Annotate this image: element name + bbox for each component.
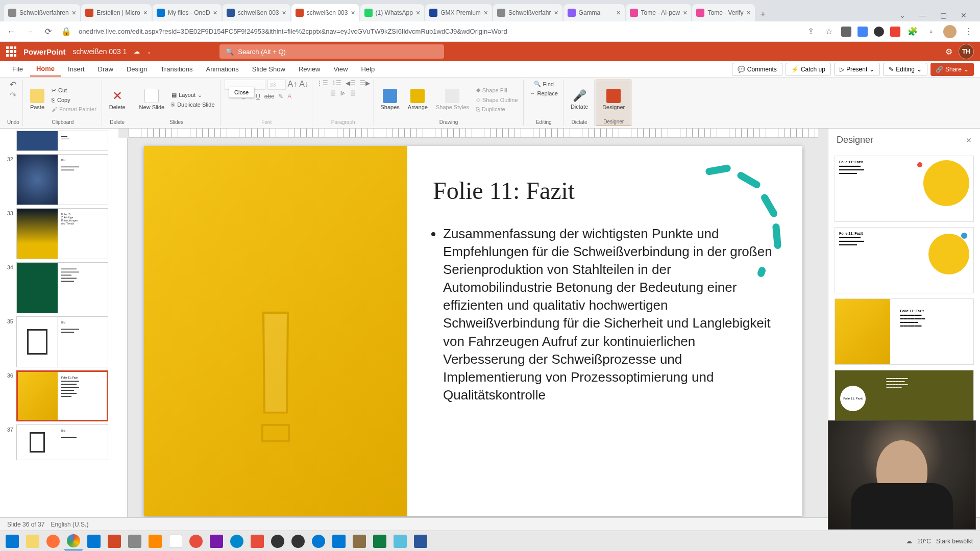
extension-icon[interactable] [890,27,900,37]
numbering-button[interactable]: 1☰ [332,80,341,87]
browser-tab[interactable]: My files - OneD× [153,4,222,21]
comments-button[interactable]: 💬 Comments [732,63,782,76]
design-option[interactable]: Folie 11: Fazit▬▬▬▬▬▬▬▬▬▬▬▬▬▬▬▬▬▬ [835,156,974,222]
profile-avatar[interactable] [943,25,957,38]
browser-tab-active[interactable]: schweißen 003× [291,4,359,21]
close-icon[interactable]: × [554,9,558,17]
redo-button[interactable]: ↷ [10,90,16,100]
tab-home[interactable]: Home [30,62,61,77]
decrease-font-icon[interactable]: A↓ [299,80,309,90]
layout-button[interactable]: ▦ Layout ⌄ [169,91,216,99]
reload-button[interactable]: ⟳ [42,26,54,38]
tab-insert[interactable]: Insert [62,62,91,76]
file-explorer-icon[interactable] [23,532,42,550]
find-button[interactable]: 🔍 Find [532,80,556,88]
cut-button[interactable]: ✂ Cut [50,86,99,95]
tab-view[interactable]: View [328,62,354,76]
file-name[interactable]: schweißen 003 1 [73,47,127,56]
weather-icon[interactable]: ☁ [906,538,912,545]
browser-tab[interactable]: GMX Premium× [425,4,492,21]
back-button[interactable]: ← [5,26,17,38]
new-slide-button[interactable]: New Slide [136,87,168,112]
designer-button[interactable]: Designer [599,87,628,112]
align-right-button[interactable]: ☰ [350,90,356,97]
close-icon[interactable]: ✕ [966,136,972,144]
replace-button[interactable]: ↔ Replace [528,89,560,97]
shapes-button[interactable]: Shapes [378,87,403,112]
language-status[interactable]: English (U.S.) [51,521,88,528]
app-icon[interactable] [309,532,328,550]
arrange-button[interactable]: Arrange [405,87,431,112]
extensions-icon[interactable]: 🧩 [906,26,919,38]
outlook-icon[interactable] [85,532,103,550]
app-icon[interactable] [126,532,144,550]
font-size-input[interactable] [267,80,286,90]
search-input[interactable]: 🔍 Search (Alt + Q) [219,44,444,59]
indent-right-button[interactable]: ☰▶ [360,80,370,87]
strike-button[interactable]: abc [264,93,274,100]
browser-tab[interactable]: schweißen 003× [223,4,290,21]
share-button[interactable]: 🔗 Share ⌄ [930,63,974,76]
app-icon[interactable] [330,532,348,550]
powerpoint-icon[interactable] [105,532,124,550]
slide-thumbnail[interactable]: Bild▬▬▬▬▬▬▬▬▬▬▬▬ [16,316,108,367]
align-left-button[interactable]: ☰ [330,90,336,97]
close-icon[interactable]: × [616,9,620,17]
share-icon[interactable]: ⇪ [804,26,817,38]
notepad-icon[interactable] [391,532,409,550]
close-icon[interactable]: × [683,9,687,17]
dictate-button[interactable]: 🎤Dictate [568,87,591,112]
sidepanel-icon[interactable]: ▫ [925,26,937,38]
font-color-button[interactable]: A [287,93,291,100]
undo-button[interactable]: ↶ [10,80,16,89]
copy-button[interactable]: ⎘ Copy [50,96,99,104]
chevron-down-icon[interactable]: ⌄ [894,9,911,21]
tab-animations[interactable]: Animations [200,62,245,76]
excel-icon[interactable] [371,532,389,550]
slide-thumbnail-panel[interactable]: ▬▬▬▬▬▬▬ 32Bild▬▬▬▬▬▬▬▬▬▬▬▬ 33Folie 10:Zu… [0,129,118,517]
start-button[interactable] [3,532,21,550]
app-icon[interactable] [166,532,185,550]
design-option[interactable]: Folie 11: Fazit▬▬▬▬▬▬▬▬▬▬▬▬▬▬▬▬▬▬▬▬▬▬▬▬ [835,298,974,365]
design-option[interactable]: Folie 11: Fazit ▬▬▬▬▬▬▬▬▬▬▬▬▬▬▬▬▬▬▬▬▬▬▬▬… [835,370,974,421]
firefox-icon[interactable] [44,532,62,550]
slide-thumbnail[interactable]: ▬▬▬▬▬▬▬▬▬▬▬▬▬▬▬▬▬▬▬▬▬▬▬▬▬▬▬▬ [16,262,108,313]
user-avatar[interactable]: TH [959,44,974,59]
duplicate-button[interactable]: ⎘ Duplicate [474,105,520,113]
browser-tab[interactable]: Tome - AI-pow× [626,4,692,21]
app-icon[interactable] [187,532,205,550]
chrome-icon[interactable] [64,532,83,550]
present-button[interactable]: ▷ Present ⌄ [834,63,880,76]
app-icon[interactable] [289,532,307,550]
gear-icon[interactable]: ⚙ [945,47,952,57]
browser-tab[interactable]: Schweißverfahr× [493,4,562,21]
slide-thumbnail[interactable]: Bild▬▬▬▬▬▬▬▬▬▬▬▬ [16,154,108,205]
browser-tab[interactable]: (1) WhatsApp× [360,4,425,21]
maximize-icon[interactable]: ▢ [935,9,951,21]
tab-file[interactable]: File [6,62,29,76]
tab-design[interactable]: Design [120,62,153,76]
shape-fill-button[interactable]: ◆ Shape Fill [474,86,520,94]
close-icon[interactable]: × [143,9,148,17]
increase-font-icon[interactable]: A↑ [288,80,298,90]
catchup-button[interactable]: ⚡ Catch up [786,63,831,76]
paste-button[interactable]: Paste [27,87,47,112]
bullets-button[interactable]: ⋮☰ [316,80,328,87]
tab-slideshow[interactable]: Slide Show [246,62,291,76]
app-launcher-icon[interactable] [6,46,16,57]
close-icon[interactable]: × [484,9,488,17]
star-icon[interactable]: ☆ [823,26,835,38]
chevron-down-icon[interactable]: ⌄ [147,49,151,55]
slide-thumbnail-selected[interactable]: Folie 11: Fazit▬▬▬▬▬▬▬▬▬▬▬▬▬▬▬▬▬▬▬▬▬▬▬▬▬… [16,370,108,421]
browser-tab[interactable]: Gamma× [564,4,625,21]
slide-canvas[interactable]: Folie 11: Fazit Zusammenfassung der wich… [144,146,802,516]
onenote-icon[interactable] [207,532,226,550]
tab-help[interactable]: Help [355,62,381,76]
forward-button[interactable]: → [23,26,36,38]
tab-transitions[interactable]: Transitions [154,62,199,76]
slide-thumbnail[interactable]: Folie 10:ZukünftigeEntwicklungenund Tren… [16,208,108,259]
shape-styles-button[interactable]: Shape Styles [433,87,472,112]
slide-thumbnail[interactable]: ▬▬▬▬▬▬▬ [16,131,108,151]
telegram-icon[interactable] [228,532,246,550]
close-icon[interactable]: × [72,9,76,17]
